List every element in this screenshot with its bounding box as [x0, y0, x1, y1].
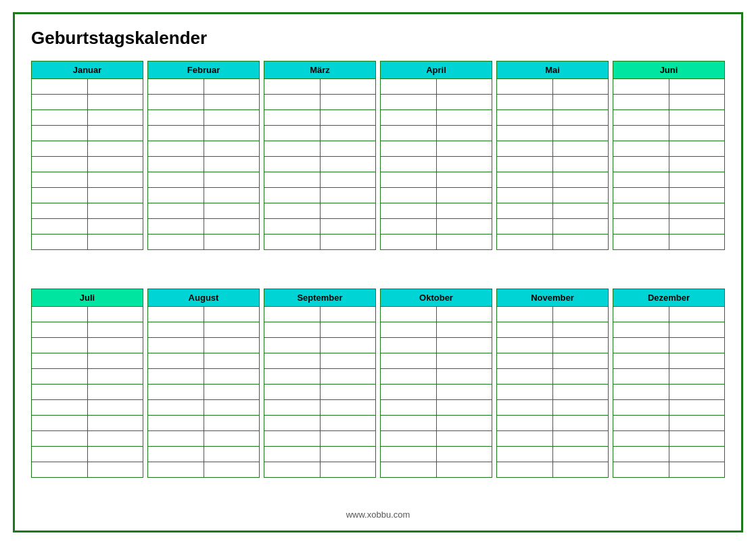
grid-cell[interactable] [32, 462, 88, 477]
grid-cell[interactable] [669, 322, 725, 337]
grid-cell[interactable] [321, 110, 376, 125]
grid-cell[interactable] [381, 447, 437, 462]
grid-cell[interactable] [437, 234, 492, 249]
grid-cell[interactable] [381, 110, 437, 125]
grid-cell[interactable] [497, 400, 553, 415]
grid-cell[interactable] [497, 188, 553, 203]
grid-cell[interactable] [88, 95, 143, 109]
grid-cell[interactable] [264, 322, 321, 337]
grid-cell[interactable] [437, 400, 492, 415]
grid-cell[interactable] [669, 79, 725, 94]
grid-cell[interactable] [204, 447, 260, 462]
grid-cell[interactable] [32, 307, 88, 322]
grid-cell[interactable] [32, 447, 88, 462]
grid-cell[interactable] [613, 95, 669, 109]
grid-cell[interactable] [553, 219, 609, 234]
grid-cell[interactable] [497, 141, 553, 156]
grid-cell[interactable] [264, 462, 321, 477]
grid-cell[interactable] [264, 188, 321, 203]
grid-cell[interactable] [497, 353, 553, 368]
grid-cell[interactable] [553, 203, 609, 218]
grid-cell[interactable] [32, 219, 88, 234]
grid-cell[interactable] [32, 95, 88, 109]
grid-cell[interactable] [669, 369, 725, 384]
grid-cell[interactable] [264, 219, 321, 234]
grid-cell[interactable] [669, 431, 725, 446]
grid-cell[interactable] [264, 353, 321, 368]
grid-cell[interactable] [497, 338, 553, 353]
grid-cell[interactable] [88, 234, 143, 249]
grid-cell[interactable] [613, 416, 669, 430]
grid-cell[interactable] [553, 307, 609, 322]
grid-cell[interactable] [669, 353, 725, 368]
grid-cell[interactable] [497, 431, 553, 446]
grid-cell[interactable] [381, 203, 437, 218]
grid-cell[interactable] [613, 447, 669, 462]
grid-cell[interactable] [437, 307, 492, 322]
grid-cell[interactable] [321, 79, 376, 94]
grid-cell[interactable] [553, 172, 609, 187]
grid-cell[interactable] [497, 462, 553, 477]
grid-cell[interactable] [264, 338, 321, 353]
grid-cell[interactable] [437, 203, 492, 218]
grid-cell[interactable] [32, 353, 88, 368]
grid-cell[interactable] [32, 416, 88, 430]
grid-cell[interactable] [264, 416, 321, 430]
grid-cell[interactable] [381, 385, 437, 399]
grid-cell[interactable] [381, 95, 437, 109]
grid-cell[interactable] [381, 431, 437, 446]
grid-cell[interactable] [32, 141, 88, 156]
grid-cell[interactable] [613, 353, 669, 368]
grid-cell[interactable] [613, 322, 669, 337]
grid-cell[interactable] [32, 157, 88, 172]
grid-cell[interactable] [381, 369, 437, 384]
grid-cell[interactable] [148, 157, 204, 172]
grid-cell[interactable] [321, 400, 376, 415]
grid-cell[interactable] [669, 447, 725, 462]
grid-cell[interactable] [148, 219, 204, 234]
grid-cell[interactable] [497, 322, 553, 337]
grid-cell[interactable] [381, 353, 437, 368]
grid-cell[interactable] [381, 462, 437, 477]
grid-cell[interactable] [437, 172, 492, 187]
grid-cell[interactable] [669, 385, 725, 399]
grid-cell[interactable] [204, 219, 260, 234]
grid-cell[interactable] [613, 203, 669, 218]
grid-cell[interactable] [88, 431, 143, 446]
grid-cell[interactable] [264, 234, 321, 249]
grid-cell[interactable] [437, 416, 492, 430]
grid-cell[interactable] [148, 203, 204, 218]
grid-cell[interactable] [148, 234, 204, 249]
grid-cell[interactable] [264, 172, 321, 187]
grid-cell[interactable] [32, 79, 88, 94]
grid-cell[interactable] [553, 110, 609, 125]
grid-cell[interactable] [437, 322, 492, 337]
grid-cell[interactable] [613, 338, 669, 353]
grid-cell[interactable] [264, 203, 321, 218]
grid-cell[interactable] [613, 385, 669, 399]
grid-cell[interactable] [497, 234, 553, 249]
grid-cell[interactable] [553, 338, 609, 353]
grid-cell[interactable] [148, 188, 204, 203]
grid-cell[interactable] [613, 307, 669, 322]
grid-cell[interactable] [497, 369, 553, 384]
grid-cell[interactable] [88, 462, 143, 477]
grid-cell[interactable] [669, 234, 725, 249]
grid-cell[interactable] [204, 338, 260, 353]
grid-cell[interactable] [148, 400, 204, 415]
grid-cell[interactable] [204, 234, 260, 249]
grid-cell[interactable] [321, 447, 376, 462]
grid-cell[interactable] [264, 79, 321, 94]
grid-cell[interactable] [553, 447, 609, 462]
grid-cell[interactable] [669, 307, 725, 322]
grid-cell[interactable] [669, 95, 725, 109]
grid-cell[interactable] [264, 95, 321, 109]
grid-cell[interactable] [553, 400, 609, 415]
grid-cell[interactable] [148, 353, 204, 368]
grid-cell[interactable] [88, 110, 143, 125]
grid-cell[interactable] [88, 203, 143, 218]
grid-cell[interactable] [381, 188, 437, 203]
grid-cell[interactable] [613, 79, 669, 94]
grid-cell[interactable] [613, 188, 669, 203]
grid-cell[interactable] [32, 172, 88, 187]
